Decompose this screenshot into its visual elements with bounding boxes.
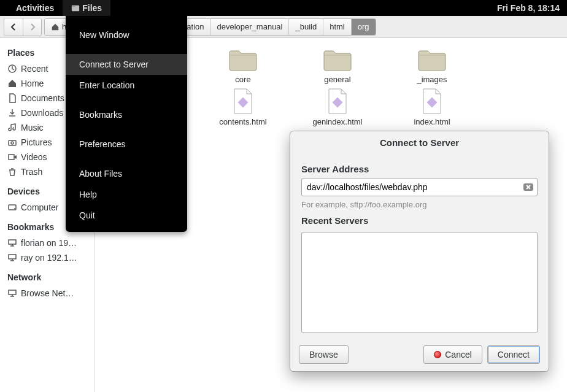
file-item[interactable]: index.html	[385, 88, 479, 126]
camera-icon	[7, 137, 17, 147]
app-menu: New Window Connect to Server Enter Locat…	[66, 16, 187, 232]
menu-connect-to-server[interactable]: Connect to Server	[66, 54, 187, 75]
netdrive-icon	[7, 288, 17, 298]
drive-icon	[7, 202, 17, 212]
sidebar-item-label: ray on 192.1…	[21, 253, 77, 263]
file-label: general	[324, 75, 350, 84]
folder-icon	[228, 48, 258, 72]
sidebar-item-label: Home	[21, 79, 44, 88]
file-item[interactable]: genindex.html	[290, 88, 385, 126]
network-item-0[interactable]: Browse Net…	[6, 286, 94, 301]
topbar-app[interactable]: Files	[63, 0, 110, 16]
sidebar-item-label: Videos	[21, 152, 47, 162]
bookmarks-item-1[interactable]: ray on 192.1…	[6, 250, 94, 265]
crumb-org[interactable]: org	[351, 19, 376, 35]
file-item[interactable]: general	[290, 48, 385, 84]
bookmarks-item-0[interactable]: florian on 19…	[6, 236, 94, 250]
sidebar-item-label: Recent	[21, 64, 48, 74]
cancel-button-label: Cancel	[445, 350, 472, 359]
home-icon	[51, 23, 60, 31]
chevron-left-icon	[10, 23, 17, 31]
trash-icon	[7, 167, 17, 177]
svg-rect-8	[9, 240, 16, 244]
sidebar-item-label: Music	[21, 123, 44, 133]
recent-servers-label: Recent Servers	[301, 215, 538, 226]
svg-rect-9	[9, 255, 16, 259]
file-icon	[421, 88, 443, 115]
folder-icon	[323, 48, 352, 72]
file-item[interactable]: contents.html	[196, 88, 290, 126]
netdrive-icon	[7, 238, 17, 248]
file-icon	[232, 88, 254, 115]
sidebar-item-label: Documents	[21, 93, 64, 103]
forward-button[interactable]	[23, 18, 41, 36]
sidebar-item-label: Downloads	[21, 108, 63, 118]
folder-icon	[417, 48, 447, 72]
file-label: genindex.html	[313, 117, 363, 126]
file-label: _images	[417, 75, 447, 84]
menu-help[interactable]: Help	[66, 184, 187, 205]
clock-icon	[7, 64, 17, 74]
crumb-build[interactable]: _build	[288, 19, 323, 35]
file-label: index.html	[414, 117, 450, 126]
file-icon	[326, 88, 349, 115]
svg-rect-5	[9, 155, 14, 159]
file-label: contents.html	[219, 117, 266, 126]
sidebar-item-label: Trash	[21, 167, 42, 177]
file-item[interactable]: core	[196, 48, 290, 84]
cancel-button[interactable]: Cancel	[423, 345, 482, 364]
svg-rect-1	[72, 6, 75, 7]
browse-button[interactable]: Browse	[299, 345, 349, 364]
sidebar-item-label: Pictures	[21, 137, 52, 147]
file-label: core	[235, 75, 250, 84]
menu-new-window[interactable]: New Window	[66, 25, 187, 45]
topbar-clock[interactable]: Fri Feb 8, 18:14	[497, 3, 560, 13]
server-address-label: Server Address	[301, 164, 538, 174]
crumb-developer-manual[interactable]: developer_manual	[210, 19, 289, 35]
dialog-title: Connect to Server	[290, 131, 549, 153]
clear-icon[interactable]	[523, 182, 534, 193]
download-icon	[7, 108, 17, 118]
netdrive-icon	[7, 253, 17, 263]
svg-rect-10	[9, 290, 16, 294]
nav-buttons	[4, 18, 42, 36]
sidebar-item-label: florian on 19…	[21, 238, 77, 248]
sidebar-head-network: Network	[6, 265, 94, 286]
chevron-right-icon	[29, 23, 36, 31]
file-item[interactable]: _images	[385, 48, 479, 84]
connect-button[interactable]: Connect	[487, 345, 540, 364]
menu-bookmarks[interactable]: Bookmarks	[66, 104, 187, 125]
doc-icon	[7, 93, 17, 103]
svg-point-4	[11, 142, 14, 144]
back-button[interactable]	[4, 18, 23, 36]
video-icon	[7, 152, 17, 162]
svg-point-7	[14, 208, 15, 209]
crumb-html[interactable]: html	[323, 19, 351, 35]
menu-preferences[interactable]: Preferences	[66, 134, 187, 155]
music-icon	[7, 123, 17, 133]
menu-about-files[interactable]: About Files	[66, 163, 187, 184]
home-icon	[7, 79, 17, 88]
topbar-activities[interactable]: Activities	[7, 0, 63, 16]
sidebar-item-label: Computer	[21, 202, 58, 212]
svg-rect-3	[9, 140, 16, 145]
menu-enter-location[interactable]: Enter Location	[66, 75, 187, 96]
server-address-hint: For example, sftp://foo.example.org	[301, 200, 538, 209]
server-address-input[interactable]	[301, 178, 538, 196]
menu-quit[interactable]: Quit	[66, 205, 187, 226]
sidebar-item-label: Browse Net…	[21, 288, 74, 298]
connect-to-server-dialog: Connect to Server Server Address For exa…	[290, 131, 549, 372]
recent-servers-list[interactable]	[301, 232, 538, 333]
record-icon	[434, 351, 441, 358]
